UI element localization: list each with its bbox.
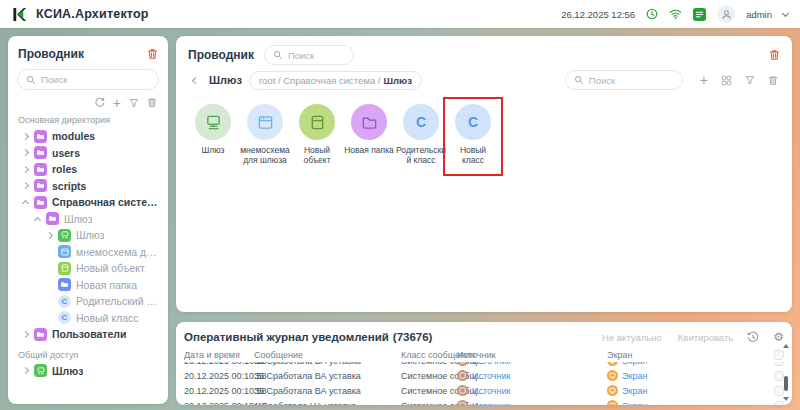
screen-link[interactable]: Экран [607, 370, 768, 381]
tree-item-users-ru[interactable]: Пользователи [17, 326, 159, 343]
chevron-right-icon[interactable] [21, 166, 28, 173]
chevron-right-icon[interactable] [21, 133, 28, 140]
section-label-main: Основная директория [18, 115, 158, 125]
breadcrumb[interactable]: root / Справочная система / Шлюз [249, 71, 422, 90]
folder-icon [34, 163, 47, 176]
folder-icon [351, 104, 387, 140]
scroll-down-arrow-icon[interactable] [783, 397, 789, 401]
tree-item-scripts[interactable]: scripts [17, 178, 159, 195]
explorer-item-mnemoscheme[interactable]: мнемосхема для шлюза [240, 104, 290, 165]
refresh-icon[interactable] [94, 97, 105, 108]
screen-link[interactable]: Экран [607, 400, 768, 405]
tree-item-parent-class[interactable]: C Родительский класс [17, 293, 159, 310]
not-actual-button[interactable]: Не актуально [602, 332, 662, 343]
sidebar-trash-icon[interactable] [147, 48, 158, 60]
chevron-right-icon[interactable] [21, 149, 28, 156]
journal-row[interactable]: 20.12.2025 00:10:58 35 Сработала ВА уста… [184, 383, 784, 398]
journal-header-row: Дата и время Сообщение Класс сообщения И… [184, 347, 784, 362]
explorer-trash-icon[interactable] [769, 49, 780, 61]
tree-item-users[interactable]: users [17, 145, 159, 162]
explorer-item-new-folder[interactable]: Новая папка [344, 104, 394, 165]
history-icon[interactable] [747, 331, 759, 343]
source-icon [457, 385, 468, 396]
avatar[interactable] [717, 5, 735, 23]
chevron-right-icon[interactable] [45, 232, 52, 239]
folder-icon [34, 196, 47, 209]
screen-link[interactable]: Экран [607, 362, 768, 366]
scrollbar-thumb[interactable] [784, 376, 788, 391]
tree-item-mnemoscheme[interactable]: мнемосхема для шлюза [17, 244, 159, 261]
screen-icon [607, 370, 618, 381]
tree-item-modules[interactable]: modules [17, 128, 159, 145]
explorer-search-input[interactable] [288, 50, 345, 61]
tree-item-roles[interactable]: roles [17, 161, 159, 178]
journal-title: Оперативный журнал уведомлений [184, 331, 389, 343]
clock-icon[interactable] [646, 8, 658, 20]
trash-icon[interactable] [768, 75, 778, 86]
add-icon[interactable]: + [113, 98, 121, 108]
app-grid-icon[interactable] [693, 8, 706, 21]
app-window: КСИА.Архитектор 26.12.2025 12:56 admin П… [0, 0, 800, 410]
tree-item-gateway-folder[interactable]: Шлюз [17, 211, 159, 228]
chevron-up-icon[interactable] [21, 200, 28, 207]
tree-item-new-folder[interactable]: Новая папка [17, 277, 159, 294]
object-icon [299, 104, 335, 140]
explorer-toolbar-search[interactable] [565, 70, 683, 90]
sidebar-title: Проводник [18, 47, 84, 61]
chevron-up-icon[interactable] [33, 217, 40, 224]
source-link[interactable]: Источник [457, 362, 607, 366]
chevron-right-icon[interactable] [21, 182, 28, 189]
gear-icon[interactable]: ⚙ [773, 330, 784, 344]
explorer-item-parent-class[interactable]: C Родительский класс [396, 104, 446, 165]
tree-item-gateway[interactable]: Шлюз [17, 227, 159, 244]
gateway-icon [34, 364, 47, 377]
app-bar: КСИА.Архитектор 26.12.2025 12:56 admin [0, 0, 800, 28]
folder-icon [58, 278, 71, 291]
app-logo-icon [12, 7, 27, 22]
acknowledge-button[interactable]: Квитировать [678, 332, 733, 343]
source-link[interactable]: Источник [457, 370, 607, 381]
filter-icon[interactable] [745, 75, 755, 85]
explorer-item-new-object[interactable]: Новый объект [292, 104, 342, 165]
explorer-item-new-class[interactable]: C Новый класс [448, 104, 498, 165]
explorer-toolbar-search-input[interactable] [589, 75, 674, 86]
sidebar-search-input[interactable] [41, 74, 150, 85]
gateway-icon [58, 229, 71, 242]
wifi-icon[interactable] [669, 9, 682, 19]
screen-icon [607, 400, 618, 405]
screen-icon [607, 385, 618, 396]
journal-panel: Оперативный журнал уведомлений (73676) Н… [176, 322, 792, 405]
explorer-search[interactable] [264, 45, 354, 65]
user-menu-chevron-icon[interactable] [782, 9, 789, 16]
tree-item-new-class[interactable]: C Новый класс [17, 310, 159, 327]
filter-icon[interactable] [129, 98, 139, 108]
tree-item-reference-system[interactable]: Справочная система [17, 194, 159, 211]
back-button[interactable] [188, 78, 202, 83]
scroll-up-arrow-icon[interactable] [783, 344, 789, 348]
explorer-item-gateway[interactable]: Шлюз [188, 104, 238, 165]
add-icon[interactable]: + [700, 75, 708, 85]
screen-link[interactable]: Экран [607, 385, 768, 396]
view-grid-icon[interactable] [721, 75, 732, 86]
source-link[interactable]: Источник [457, 400, 607, 405]
chevron-right-icon[interactable] [21, 331, 28, 338]
journal-row[interactable]: 20.12.2025 00:10:58 35 Сработала ВА уста… [184, 368, 784, 383]
tree-item-new-object[interactable]: Новый объект [17, 260, 159, 277]
sidebar-search[interactable] [17, 69, 159, 90]
tree-item-shared-gateway[interactable]: Шлюз [17, 363, 159, 380]
explorer-title: Проводник [188, 48, 254, 62]
schema-icon [247, 104, 283, 140]
source-icon [457, 370, 468, 381]
explorer-items-grid: Шлюз мнемосхема для шлюза Новый объект Н… [188, 104, 780, 165]
source-link[interactable]: Источник [457, 385, 607, 396]
journal-rows-viewport[interactable]: 20.12.2025 00:10:58 35 Сработала ВА уста… [184, 362, 784, 405]
journal-scrollbar[interactable] [781, 344, 790, 401]
row-checkbox[interactable] [774, 401, 784, 406]
chevron-right-icon[interactable] [21, 367, 28, 374]
source-icon [457, 400, 468, 405]
journal-row[interactable]: 20.12.2025 00:10:48 1 Сработала НА устав… [184, 398, 784, 405]
folder-icon [34, 130, 47, 143]
trash-icon[interactable] [147, 97, 157, 108]
folder-icon [46, 212, 59, 225]
screen-icon [607, 362, 618, 366]
